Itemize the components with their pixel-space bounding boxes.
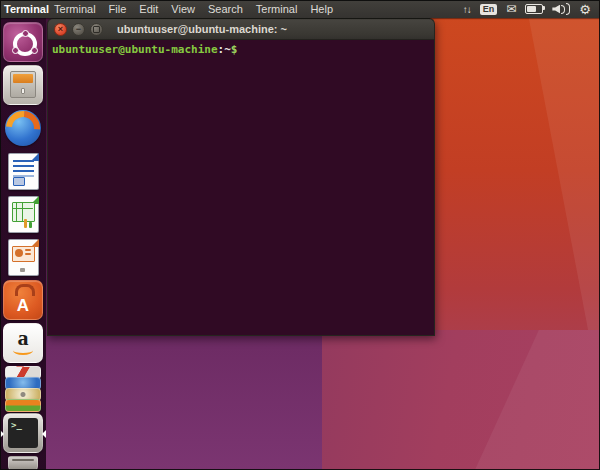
menu-search[interactable]: Search bbox=[208, 3, 243, 15]
impress-presentation-icon bbox=[8, 239, 39, 276]
close-button[interactable]: × bbox=[54, 23, 67, 36]
shell-prompt: ubuntuuser@ubuntu-machine:~$ bbox=[52, 43, 430, 57]
launcher-item-amazon[interactable]: a bbox=[3, 323, 43, 363]
maximize-button[interactable] bbox=[90, 23, 103, 36]
prompt-user-host: ubuntuuser@ubuntu-machine bbox=[52, 43, 218, 56]
top-panel: Terminal Terminal File Edit View Search … bbox=[0, 0, 600, 18]
battery-indicator-icon[interactable] bbox=[525, 4, 543, 14]
unity-launcher: A a >_ bbox=[0, 18, 46, 470]
calc-spreadsheet-icon bbox=[8, 196, 39, 233]
desktop: Terminal Terminal File Edit View Search … bbox=[0, 0, 600, 470]
prompt-path: ~ bbox=[224, 43, 231, 56]
menu-help[interactable]: Help bbox=[310, 3, 333, 15]
ubuntu-logo-icon bbox=[13, 32, 37, 56]
software-center-letter: A bbox=[17, 297, 29, 314]
indicator-area: ↑↓ En ✉ ⚙ bbox=[463, 0, 591, 18]
writer-document-icon bbox=[8, 153, 39, 190]
running-indicator-arrow bbox=[0, 430, 4, 438]
terminal-content[interactable]: ubuntuuser@ubuntu-machine:~$ bbox=[47, 40, 435, 336]
session-gear-icon[interactable]: ⚙ bbox=[579, 3, 591, 16]
minimize-button[interactable]: − bbox=[72, 23, 85, 36]
wallpaper-highlight bbox=[322, 330, 600, 470]
terminal-icon: >_ bbox=[8, 418, 38, 448]
menu-file[interactable]: File bbox=[109, 3, 127, 15]
menu-view[interactable]: View bbox=[171, 3, 195, 15]
launcher-item-trash[interactable] bbox=[8, 456, 38, 470]
launcher-item-libreoffice-writer[interactable] bbox=[3, 151, 43, 191]
launcher-item-ubuntu-dash[interactable] bbox=[3, 22, 43, 62]
stacked-app-icon[interactable] bbox=[5, 399, 41, 412]
prompt-dollar: $ bbox=[231, 43, 238, 56]
launcher-item-files[interactable] bbox=[3, 65, 43, 105]
window-title: ubuntuuser@ubuntu-machine: ~ bbox=[117, 23, 287, 35]
menu-edit[interactable]: Edit bbox=[139, 3, 158, 15]
terminal-titlebar[interactable]: × − ubuntuuser@ubuntu-machine: ~ bbox=[47, 18, 435, 40]
keyboard-layout-indicator[interactable]: En bbox=[480, 4, 498, 15]
shopping-bag-handle-icon bbox=[15, 284, 35, 296]
global-menubar: Terminal File Edit View Search Terminal … bbox=[54, 3, 333, 15]
mail-indicator-icon[interactable]: ✉ bbox=[506, 3, 516, 15]
firefox-icon bbox=[5, 110, 41, 146]
volume-indicator-icon[interactable] bbox=[552, 3, 570, 15]
launcher-item-firefox[interactable] bbox=[3, 108, 43, 148]
terminal-window: × − ubuntuuser@ubuntu-machine: ~ ubuntuu… bbox=[47, 18, 435, 336]
menu-terminal[interactable]: Terminal bbox=[54, 3, 96, 15]
launcher-item-libreoffice-impress[interactable] bbox=[3, 237, 43, 277]
launcher-item-terminal[interactable]: >_ bbox=[3, 413, 43, 453]
wallpaper-rose-facet bbox=[322, 330, 600, 470]
wallpaper-highlight bbox=[430, 17, 600, 357]
menu-terminal-2[interactable]: Terminal bbox=[256, 3, 298, 15]
amazon-smile-icon bbox=[13, 346, 33, 355]
launcher-item-libreoffice-calc[interactable] bbox=[3, 194, 43, 234]
active-app-title: Terminal bbox=[4, 3, 49, 15]
launcher-item-ubuntu-software[interactable]: A bbox=[3, 280, 43, 320]
network-indicator-icon[interactable]: ↑↓ bbox=[463, 4, 471, 15]
wallpaper-orange-facet bbox=[430, 17, 600, 357]
launcher-stacked-apps[interactable] bbox=[3, 366, 43, 410]
file-cabinet-icon bbox=[10, 71, 36, 98]
focused-indicator-arrow bbox=[42, 430, 46, 438]
